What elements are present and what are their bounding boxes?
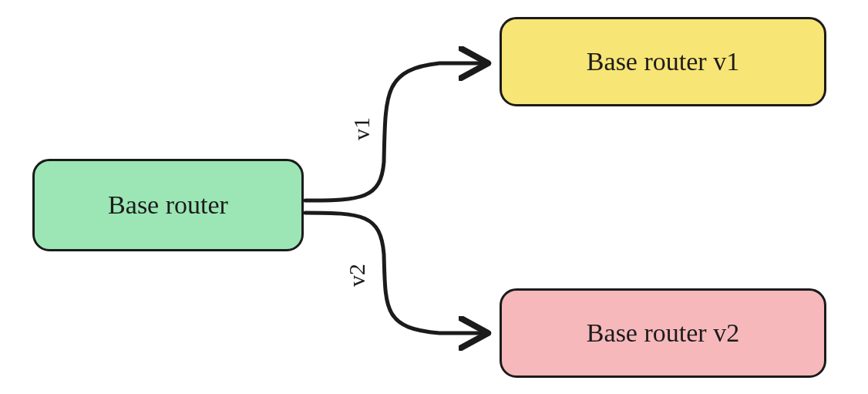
diagram-canvas: Base router Base router v1 Base router v… [0,0,868,394]
edge-label-v1: v1 [348,117,375,140]
node-base-router-v1-label: Base router v1 [587,47,739,76]
node-base-router-v2-label: Base router v2 [587,318,739,348]
node-base-router-label: Base router [108,190,228,220]
edge-root-to-v2 [305,213,486,333]
node-base-router-v1: Base router v1 [500,17,826,106]
edge-root-to-v1 [305,63,486,200]
edge-label-v2: v2 [344,264,370,287]
node-base-router: Base router [32,159,304,251]
node-base-router-v2: Base router v2 [500,288,826,378]
